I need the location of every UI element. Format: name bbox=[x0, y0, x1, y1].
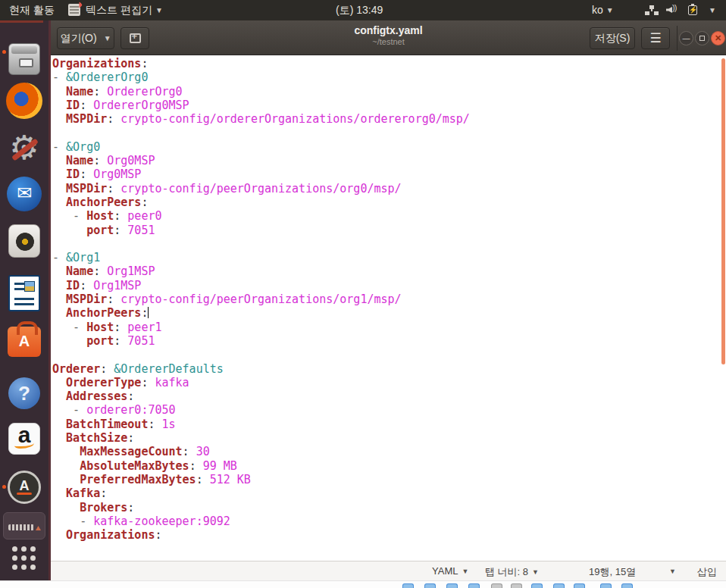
dock-item-thunderbird[interactable] bbox=[0, 177, 49, 211]
new-document-icon bbox=[130, 33, 141, 43]
code-line: - orderer0:7050 bbox=[52, 403, 470, 417]
amazon-icon bbox=[8, 423, 40, 455]
chevron-down-icon: ▼ bbox=[606, 3, 614, 17]
close-button[interactable]: ✕ bbox=[711, 31, 725, 45]
software-store-icon bbox=[8, 327, 41, 357]
gedit-app-icon bbox=[68, 4, 80, 16]
tab-width-dropdown[interactable]: 탭 너비: 8▼ bbox=[485, 565, 539, 579]
dock-item-files[interactable] bbox=[0, 43, 49, 75]
taskbar-icon[interactable] bbox=[491, 583, 502, 588]
gear-wrench-icon: ⚙ bbox=[7, 130, 42, 165]
battery-icon[interactable] bbox=[688, 5, 697, 15]
code-line: OrdererType: kafka bbox=[52, 376, 470, 389]
maximize-button[interactable] bbox=[695, 31, 709, 45]
language-mode-label: YAML bbox=[432, 565, 458, 577]
code-line: Name: Org0MSP bbox=[52, 154, 470, 167]
taskbar-icon[interactable] bbox=[574, 583, 585, 588]
chevron-down-icon: ▼ bbox=[155, 3, 163, 17]
system-menu-chevron[interactable]: ▼ bbox=[706, 3, 716, 17]
dock-item-ubuntu-software[interactable] bbox=[0, 322, 49, 357]
taskbar-icon[interactable] bbox=[402, 583, 414, 588]
goto-line-chevron[interactable]: ▼ bbox=[665, 565, 676, 577]
code-line: - &OrdererOrg0 bbox=[52, 70, 470, 84]
writer-document-icon bbox=[8, 275, 40, 311]
gedit-window: 열기(O)▼ configtx.yaml ~/testnet 저장(S) ☰ —… bbox=[51, 20, 726, 580]
show-applications-grid-icon bbox=[11, 545, 38, 572]
app-menu[interactable]: 텍스트 편집기▼ bbox=[86, 3, 163, 17]
code-line: PreferredMaxBytes: 512 KB bbox=[52, 473, 470, 486]
chevron-down-icon: ▼ bbox=[532, 568, 539, 576]
dock-item-show-applications[interactable] bbox=[0, 545, 49, 572]
save-button[interactable]: 저장(S) bbox=[590, 27, 635, 49]
dock-item-amazon[interactable] bbox=[0, 423, 49, 455]
code-line bbox=[52, 126, 470, 139]
code-line: Brokers: bbox=[52, 501, 470, 514]
code-line: MaxMessageCount: 30 bbox=[52, 445, 470, 458]
code-line: AnchorPeers: bbox=[52, 195, 470, 209]
scrollbar-thumb[interactable] bbox=[721, 58, 725, 364]
taskbar-icon[interactable] bbox=[621, 583, 633, 588]
titlebar[interactable]: 열기(O)▼ configtx.yaml ~/testnet 저장(S) ☰ —… bbox=[51, 20, 726, 55]
dock-item-firefox[interactable] bbox=[0, 83, 49, 119]
taskbar-icon[interactable] bbox=[600, 583, 612, 588]
dock-item-window-thumbnail[interactable] bbox=[0, 512, 49, 540]
firefox-icon bbox=[6, 83, 42, 119]
window-thumbnail-icon bbox=[3, 512, 45, 540]
app-menu-label: 텍스트 편집기 bbox=[86, 4, 152, 16]
code-line: AbsoluteMaxBytes: 99 MB bbox=[52, 459, 470, 473]
code-line: - Host: peer0 bbox=[52, 209, 470, 223]
text-editing-area[interactable]: Organizations:- &OrdererOrg0 Name: Order… bbox=[51, 56, 726, 561]
clock[interactable]: (토) 13:49 bbox=[336, 3, 383, 17]
cursor-position: 19행, 15열 bbox=[589, 565, 636, 579]
hamburger-menu-button[interactable]: ☰ bbox=[641, 27, 670, 49]
code-line: Organizations: bbox=[52, 528, 470, 542]
chevron-down-icon: ▼ bbox=[462, 568, 468, 575]
code-line: - Host: peer1 bbox=[52, 321, 470, 334]
input-mode-indicator: 삽입 bbox=[697, 565, 717, 579]
code-line: - &Org0 bbox=[52, 140, 470, 154]
titlebar-separator bbox=[677, 26, 677, 51]
status-bar: YAML▼ 탭 너비: 8▼ 19행, 15열 ▼ 삽입 bbox=[51, 561, 726, 580]
dock-item-libreoffice-writer[interactable] bbox=[0, 275, 49, 311]
dock-item-tweaks[interactable]: ⚙ bbox=[0, 130, 49, 165]
activities-button[interactable]: 현재 활동 bbox=[9, 3, 55, 17]
dock-item-rhythmbox[interactable] bbox=[0, 224, 49, 258]
chevron-down-icon: ▼ bbox=[104, 34, 111, 42]
code-line: ID: Org0MSP bbox=[52, 167, 470, 181]
code-line: BatchSize: bbox=[52, 431, 470, 445]
code-line bbox=[52, 348, 470, 361]
open-button-label: 열기(O) bbox=[60, 32, 96, 45]
taskbar-icon[interactable] bbox=[468, 583, 480, 588]
open-button[interactable]: 열기(O)▼ bbox=[57, 27, 114, 49]
code-line bbox=[52, 237, 470, 251]
taskbar-icon[interactable] bbox=[424, 583, 436, 588]
system-top-bar: 현재 활동 텍스트 편집기▼ (토) 13:49 ko▼ ▼ bbox=[0, 0, 726, 20]
taskbar-icon[interactable] bbox=[511, 583, 522, 588]
code-line: ID: OrdererOrg0MSP bbox=[52, 99, 470, 112]
code-line: port: 7051 bbox=[52, 334, 470, 348]
taskbar-icon[interactable] bbox=[531, 583, 543, 588]
dock-item-help[interactable] bbox=[0, 377, 49, 409]
network-icon[interactable] bbox=[645, 5, 659, 15]
code-line: port: 7051 bbox=[52, 224, 470, 237]
keyboard-indicator[interactable]: ko▼ bbox=[592, 3, 614, 17]
dock-item-software-updater[interactable] bbox=[0, 471, 49, 504]
code-line: Orderer: &OrdererDefaults bbox=[52, 362, 470, 376]
volume-icon[interactable] bbox=[666, 5, 680, 15]
files-icon bbox=[8, 43, 40, 75]
taskbar-icon[interactable] bbox=[446, 583, 458, 588]
maximize-icon bbox=[699, 36, 705, 41]
code-line: MSPDir: crypto-config/ordererOrganizatio… bbox=[52, 112, 470, 126]
minimize-button[interactable]: — bbox=[679, 31, 693, 45]
language-mode-dropdown[interactable]: YAML▼ bbox=[432, 565, 468, 577]
code-lines: Organizations:- &OrdererOrg0 Name: Order… bbox=[52, 57, 470, 542]
code-line: MSPDir: crypto-config/peerOrganizations/… bbox=[52, 292, 470, 306]
hamburger-icon: ☰ bbox=[649, 30, 661, 46]
code-line: ID: Org1MSP bbox=[52, 279, 470, 292]
new-document-button[interactable] bbox=[120, 27, 149, 49]
code-line: BatchTimeout: 1s bbox=[52, 418, 470, 431]
taskbar-icon[interactable] bbox=[553, 583, 565, 588]
keyboard-layout-label: ko bbox=[592, 4, 603, 16]
thunderbird-icon bbox=[7, 177, 42, 211]
code-line: AnchorPeers: bbox=[52, 306, 470, 320]
